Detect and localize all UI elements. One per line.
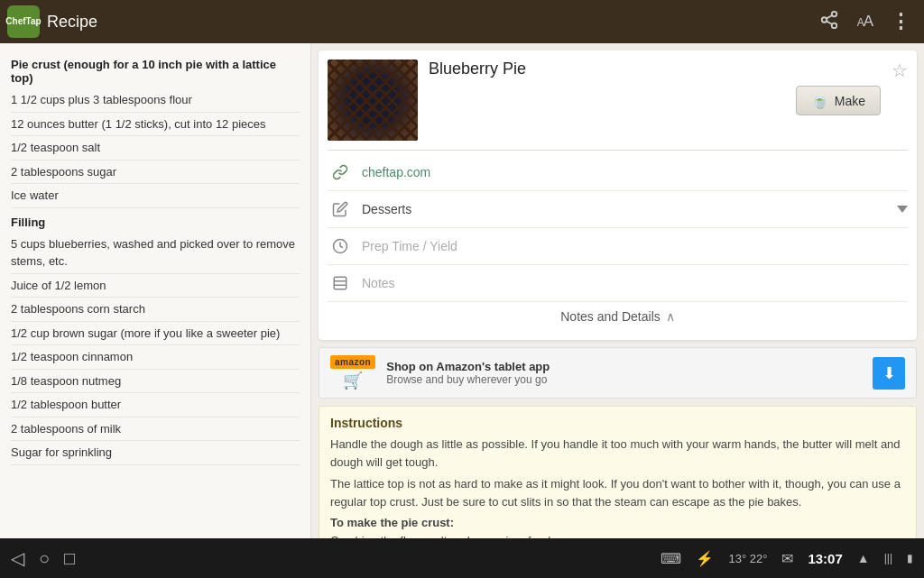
instruction-para-2: The lattice top is not as hard to make a… xyxy=(330,475,905,510)
recents-button[interactable]: □ xyxy=(64,548,75,569)
recipe-title: Blueberry Pie xyxy=(429,60,881,78)
ad-subtitle: Browse and buy wherever you go xyxy=(386,373,862,386)
crust-heading: Pie crust (enough for a 10 inch pie with… xyxy=(11,58,300,85)
charging-icon: ⚡ xyxy=(696,550,714,567)
battery-icon: ▮ xyxy=(907,552,913,564)
app-logo: Chef Tap xyxy=(7,5,40,38)
svg-point-0 xyxy=(831,11,836,16)
list-item: Ice water xyxy=(11,184,300,208)
make-button[interactable]: 🍵 Make xyxy=(796,86,881,115)
list-item: 2 tablespoons corn starch xyxy=(11,298,300,322)
pencil-icon xyxy=(328,197,353,222)
recipe-top-section: Blueberry Pie 🍵 Make ☆ xyxy=(328,60,908,141)
home-button[interactable]: ○ xyxy=(39,548,50,569)
list-item: 12 ounces butter (1 1/2 sticks), cut int… xyxy=(11,113,300,137)
chevron-up-icon: ∧ xyxy=(666,309,675,324)
instruction-bold-1: To make the pie crust: xyxy=(330,516,905,529)
svg-line-3 xyxy=(827,21,832,24)
category-row: Desserts xyxy=(328,191,908,228)
instructions-section: Instructions Handle the dough as little … xyxy=(319,406,917,538)
font-size-icon[interactable]: AA xyxy=(852,7,878,36)
recipe-image xyxy=(328,60,418,141)
more-options-icon[interactable]: ⋮ xyxy=(885,5,917,39)
link-icon xyxy=(328,160,353,185)
recipe-title-area: Blueberry Pie 🍵 Make xyxy=(429,60,881,115)
list-item: 1/2 teaspoon salt xyxy=(11,136,300,161)
back-button[interactable]: ◁ xyxy=(11,547,24,569)
instruction-para-3: Combine the flour, salt and sugar in a f… xyxy=(330,532,905,538)
list-item: 1/8 teaspoon nutmeg xyxy=(11,370,300,394)
amazon-logo: amazon xyxy=(330,355,375,369)
recipe-detail-panel: Blueberry Pie 🍵 Make ☆ xyxy=(311,43,924,538)
amazon-ad-banner[interactable]: amazon 🛒 Shop on Amazon's tablet app Bro… xyxy=(319,347,917,399)
favorite-star-icon[interactable]: ☆ xyxy=(892,60,908,81)
notes-row: Notes xyxy=(328,265,908,302)
wifi-icon: ▲ xyxy=(857,551,870,565)
ingredients-panel: Pie crust (enough for a 10 inch pie with… xyxy=(0,43,311,538)
temperature-display: 13° 22° xyxy=(728,552,767,565)
list-item: 5 cups blueberries, washed and picked ov… xyxy=(11,233,300,274)
prep-time-row: Prep Time / Yield xyxy=(328,228,908,265)
top-bar: Chef Tap Recipe AA ⋮ xyxy=(0,0,924,43)
recipe-card: Blueberry Pie 🍵 Make ☆ xyxy=(319,50,917,340)
list-item: 1/2 cup brown sugar (more if you like a … xyxy=(11,322,300,346)
pie-thumbnail xyxy=(328,60,418,141)
usb-icon: ⌨ xyxy=(661,550,681,567)
notes-icon xyxy=(328,271,353,296)
notes-details-toggle[interactable]: Notes and Details ∧ xyxy=(328,302,908,331)
amazon-ad-text: Shop on Amazon's tablet app Browse and b… xyxy=(386,360,862,386)
amazon-download-button[interactable]: ⬇ xyxy=(873,357,905,390)
main-content: Pie crust (enough for a 10 inch pie with… xyxy=(0,43,924,538)
source-link[interactable]: cheftap.com xyxy=(362,165,908,179)
signal-icon: ||| xyxy=(884,552,892,564)
svg-point-1 xyxy=(821,17,827,23)
mortar-icon: 🍵 xyxy=(811,92,829,109)
page-title: Recipe xyxy=(47,13,807,32)
category-label: Desserts xyxy=(362,202,888,216)
instruction-para-1: Handle the dough as little as possible. … xyxy=(330,436,905,471)
filling-heading: Filling xyxy=(11,216,300,229)
notes-field[interactable]: Notes xyxy=(362,276,908,290)
source-row: cheftap.com xyxy=(328,154,908,191)
svg-line-4 xyxy=(827,14,832,18)
status-bar: ◁ ○ □ ⌨ ⚡ 13° 22° ✉ 13:07 ▲ ||| ▮ xyxy=(0,538,924,578)
amazon-logo-area: amazon 🛒 xyxy=(330,355,375,390)
list-item: Juice of 1/2 lemon xyxy=(11,274,300,298)
list-item: Sugar for sprinkling xyxy=(11,441,300,465)
list-item: 2 tablespoons sugar xyxy=(11,161,300,185)
notes-details-label: Notes and Details xyxy=(560,309,661,324)
list-item: 1/2 teaspoon cinnamon xyxy=(11,345,300,370)
list-item: 1 1/2 cups plus 3 tablespoons flour xyxy=(11,88,300,113)
email-icon: ✉ xyxy=(781,550,793,567)
svg-rect-6 xyxy=(334,277,346,289)
category-expand-icon[interactable] xyxy=(897,206,908,213)
svg-point-2 xyxy=(831,23,836,27)
instructions-heading: Instructions xyxy=(330,416,905,430)
ad-title: Shop on Amazon's tablet app xyxy=(386,360,862,373)
prep-time-field[interactable]: Prep Time / Yield xyxy=(362,239,908,253)
list-item: 2 tablespoons of milk xyxy=(11,417,300,442)
amazon-cart-icon: 🛒 xyxy=(343,371,363,390)
clock-icon xyxy=(328,234,353,259)
clock-display: 13:07 xyxy=(808,551,842,566)
recipe-divider xyxy=(328,150,908,151)
list-item: 1/2 tablespoon butter xyxy=(11,393,300,417)
share-icon[interactable] xyxy=(814,5,845,40)
